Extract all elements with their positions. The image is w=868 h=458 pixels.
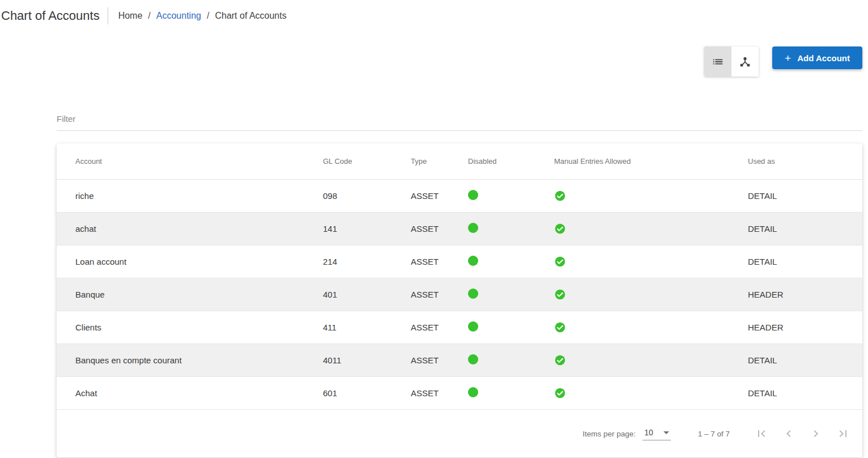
manual-entries-cell xyxy=(554,387,748,399)
gl-code-cell: 401 xyxy=(323,290,411,299)
used-as-cell: HEADER xyxy=(748,290,853,299)
view-toggle-group xyxy=(704,46,759,77)
status-dot-icon xyxy=(468,289,478,299)
disabled-cell xyxy=(468,256,554,268)
table-body: riche 098 ASSET DETAIL achat 141 ASSET D… xyxy=(57,180,862,410)
type-cell: ASSET xyxy=(411,323,468,332)
manual-entries-cell xyxy=(554,321,748,333)
column-header-used-as: Used as xyxy=(748,157,853,166)
dropdown-arrow-icon xyxy=(663,431,669,434)
page-title: Chart of Accounts xyxy=(1,7,100,24)
manual-entries-cell xyxy=(554,354,748,366)
breadcrumb: Home / Accounting / Chart of Accounts xyxy=(118,11,287,21)
first-page-button[interactable] xyxy=(755,427,768,440)
status-dot-icon xyxy=(468,354,478,364)
table-row[interactable]: Loan account 214 ASSET DETAIL xyxy=(57,245,862,278)
previous-page-button[interactable] xyxy=(782,427,795,440)
tree-icon xyxy=(739,56,751,68)
filter-input[interactable] xyxy=(57,114,862,131)
account-cell: Achat xyxy=(75,388,323,398)
check-circle-icon xyxy=(554,387,566,399)
table-row[interactable]: achat 141 ASSET DETAIL xyxy=(57,213,862,245)
manual-entries-cell xyxy=(554,289,748,300)
manual-entries-cell xyxy=(554,223,748,235)
column-header-type: Type xyxy=(411,157,468,166)
column-header-disabled: Disabled xyxy=(468,157,554,166)
list-view-button[interactable] xyxy=(704,46,731,77)
add-account-button[interactable]: + Add Account xyxy=(772,46,862,69)
status-dot-icon xyxy=(468,321,478,332)
account-cell: riche xyxy=(75,191,323,201)
used-as-cell: HEADER xyxy=(748,323,853,332)
last-page-icon xyxy=(836,427,850,440)
table-row[interactable]: Banques en compte courant 4011 ASSET DET… xyxy=(57,344,862,377)
items-per-page-label: Items per page: xyxy=(582,430,636,438)
account-cell: Clients xyxy=(75,323,323,332)
manual-entries-cell xyxy=(554,190,748,202)
used-as-cell: DETAIL xyxy=(748,224,853,234)
last-page-button[interactable] xyxy=(836,427,850,440)
check-circle-icon xyxy=(554,223,566,235)
page-size-value: 10 xyxy=(644,428,653,437)
type-cell: ASSET xyxy=(411,388,468,398)
type-cell: ASSET xyxy=(411,224,468,234)
accounts-table-card: Account GL Code Type Disabled Manual Ent… xyxy=(57,143,862,457)
tree-view-button[interactable] xyxy=(731,46,759,77)
gl-code-cell: 4011 xyxy=(323,355,411,365)
account-cell: Banque xyxy=(75,290,323,299)
paginator-nav xyxy=(755,427,850,440)
type-cell: ASSET xyxy=(411,257,468,266)
breadcrumb-accounting-link[interactable]: Accounting xyxy=(156,11,201,21)
table-row[interactable]: Clients 411 ASSET HEADER xyxy=(57,311,862,344)
account-cell: achat xyxy=(75,224,323,234)
check-circle-icon xyxy=(554,256,566,268)
breadcrumb-home[interactable]: Home xyxy=(118,11,143,21)
next-page-icon xyxy=(809,427,823,440)
gl-code-cell: 601 xyxy=(323,388,411,398)
type-cell: ASSET xyxy=(411,290,468,299)
gl-code-cell: 411 xyxy=(323,323,411,332)
gl-code-cell: 214 xyxy=(323,257,411,266)
table-row[interactable]: Achat 601 ASSET DETAIL xyxy=(57,377,862,410)
disabled-cell xyxy=(468,354,554,366)
next-page-button[interactable] xyxy=(809,427,823,440)
paginator: Items per page: 10 1 – 7 of 7 xyxy=(57,410,862,457)
first-page-icon xyxy=(755,427,768,440)
used-as-cell: DETAIL xyxy=(748,355,853,365)
check-circle-icon xyxy=(554,190,566,202)
gl-code-cell: 141 xyxy=(323,224,411,234)
table-header-row: Account GL Code Type Disabled Manual Ent… xyxy=(57,143,862,180)
status-dot-icon xyxy=(468,223,478,233)
add-account-label: Add Account xyxy=(797,53,850,63)
plus-icon: + xyxy=(785,53,791,63)
column-header-manual-entries: Manual Entries Allowed xyxy=(554,157,748,166)
gl-code-cell: 098 xyxy=(323,191,411,201)
table-row[interactable]: Banque 401 ASSET HEADER xyxy=(57,278,862,311)
list-icon xyxy=(712,56,724,68)
page-range-label: 1 – 7 of 7 xyxy=(698,430,730,438)
column-header-account: Account xyxy=(75,157,323,166)
breadcrumb-separator: / xyxy=(207,11,209,21)
actions-row: + Add Account xyxy=(57,46,862,77)
disabled-cell xyxy=(468,190,554,202)
manual-entries-cell xyxy=(554,256,748,268)
breadcrumb-separator: / xyxy=(148,11,150,21)
status-dot-icon xyxy=(468,256,478,266)
previous-page-icon xyxy=(782,427,795,440)
page-size-select[interactable]: 10 xyxy=(643,427,671,440)
status-dot-icon xyxy=(468,387,478,397)
disabled-cell xyxy=(468,387,554,399)
title-divider xyxy=(108,7,108,24)
filter-section xyxy=(57,114,862,131)
check-circle-icon xyxy=(554,321,566,333)
used-as-cell: DETAIL xyxy=(748,388,853,398)
used-as-cell: DETAIL xyxy=(748,191,853,201)
table-row[interactable]: riche 098 ASSET DETAIL xyxy=(57,180,862,213)
breadcrumb-current: Chart of Accounts xyxy=(215,11,286,21)
account-cell: Banques en compte courant xyxy=(75,355,323,365)
column-header-gl-code: GL Code xyxy=(323,157,411,166)
account-cell: Loan account xyxy=(75,257,323,266)
top-bar: Chart of Accounts Home / Accounting / Ch… xyxy=(0,0,868,24)
disabled-cell xyxy=(468,289,554,300)
used-as-cell: DETAIL xyxy=(748,257,853,266)
